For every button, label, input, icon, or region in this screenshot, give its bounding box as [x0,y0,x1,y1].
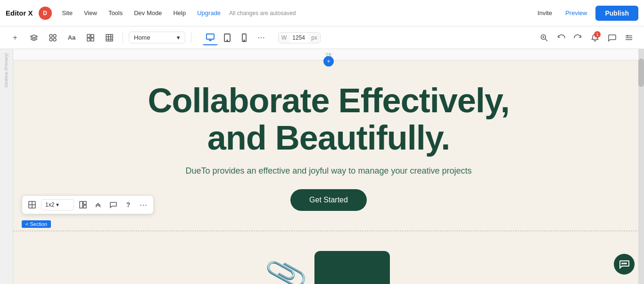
nav-help[interactable]: Help [168,7,190,19]
toolbar-right: 1 [537,30,636,45]
notif-badge: 1 [594,31,601,38]
width-value[interactable]: 1254 [289,33,308,43]
get-started-button[interactable]: Get Started [290,189,367,211]
redo-icon[interactable] [570,30,586,45]
user-avatar[interactable]: D [39,7,52,20]
svg-rect-6 [87,38,90,41]
toolbar-divider-1 [123,32,123,43]
svg-point-17 [227,40,228,41]
nav-view[interactable]: View [79,7,102,19]
section-badge-label: < Section [25,221,47,227]
toolbar: + Aa Home ▾ [0,26,644,49]
chevron-down-icon: ▾ [177,34,180,41]
svg-point-0 [50,34,52,37]
layout-selector[interactable]: 1x2 ▾ [41,199,74,210]
canvas-area: Desktop (Primary) 1fr + Collaborate Effe… [0,49,644,284]
move-up-icon[interactable] [92,199,104,211]
scrollbar-thumb[interactable] [638,58,644,87]
svg-point-30 [626,263,627,264]
mobile-icon[interactable] [237,30,252,45]
svg-point-1 [53,34,56,37]
svg-rect-8 [106,34,113,41]
width-unit: px [308,33,320,43]
paperclip-icon: 📎 [263,253,309,284]
autosaved-status: All changes are autosaved [229,10,296,17]
preview-button[interactable]: Preview [561,7,592,19]
ruler-left: Desktop (Primary) [0,49,13,284]
svg-rect-13 [206,34,214,39]
svg-point-29 [624,263,625,264]
table-icon[interactable] [102,30,117,45]
nav-devmode[interactable]: Dev Mode [129,7,166,19]
brand-logo: Editor X [6,9,33,17]
ruler-label: Desktop (Primary) [4,53,9,88]
section-divider [13,231,644,231]
svg-rect-7 [91,38,94,41]
notifications-icon[interactable]: 1 [587,30,603,45]
comments-icon[interactable] [604,30,619,45]
add-icon[interactable]: + [8,30,23,45]
svg-point-28 [622,263,623,264]
undo-icon[interactable] [553,30,569,45]
nav-tools[interactable]: Tools [104,7,127,19]
hero-title: Collaborate Effectively, and Beautifully… [148,82,510,157]
svg-rect-36 [83,205,86,208]
width-input-group: W 1254 px [278,32,321,43]
hero-subtitle: DueTo provides an effective and joyful w… [186,166,472,176]
page-selector[interactable]: Home ▾ [129,32,185,43]
svg-rect-35 [83,201,86,204]
desktop-icon[interactable] [203,30,218,45]
svg-rect-4 [87,34,90,37]
layout-value: 1x2 [45,201,54,208]
site-settings-icon[interactable] [621,30,636,45]
add-section-button[interactable]: + [323,56,334,67]
nav-site[interactable]: Site [58,7,77,19]
chat-button[interactable] [614,254,635,275]
page-canvas: 1fr + Collaborate Effectively, and Beaut… [13,49,644,284]
width-label: W [279,33,289,43]
comment-icon[interactable] [107,199,119,211]
svg-point-2 [50,38,52,41]
hero-section: Collaborate Effectively, and Beautifully… [13,73,644,211]
grid-arrange-icon[interactable] [77,199,89,211]
svg-rect-5 [91,34,94,37]
svg-point-19 [244,40,245,41]
bottom-decoration: 📎 [267,251,390,284]
svg-point-3 [53,38,56,41]
page-name: Home [134,34,150,41]
section-badge[interactable]: < Section [22,220,51,228]
help-icon[interactable]: ? [122,199,134,211]
invite-button[interactable]: Invite [533,7,557,19]
device-icons: ⋯ [203,30,269,45]
chevron-down-icon: ▾ [56,201,59,208]
components-icon[interactable] [45,30,60,45]
publish-button[interactable]: Publish [595,6,638,21]
section-indicator: + [13,60,644,62]
nav-upgrade[interactable]: Upgrade [192,7,225,19]
floating-toolbar: 1x2 ▾ ? ⋯ [22,195,154,214]
more-devices-icon[interactable]: ⋯ [254,30,269,45]
green-card-graphic [314,251,390,284]
layers-icon[interactable] [26,30,41,45]
topbar-right: Invite Preview Publish [533,6,638,21]
zoom-icon[interactable] [537,30,552,45]
more-options-icon[interactable]: ⋯ [137,199,149,211]
grid-icon[interactable] [83,30,98,45]
section-layout-icon [26,199,38,211]
text-format-icon[interactable]: Aa [64,30,79,45]
tablet-icon[interactable] [220,30,235,45]
svg-line-21 [545,39,548,41]
scrollbar[interactable] [638,49,644,284]
top-bar: Editor X D Site View Tools Dev Mode Help… [0,0,644,26]
toolbar-divider-2 [191,32,191,43]
svg-rect-34 [80,201,83,208]
